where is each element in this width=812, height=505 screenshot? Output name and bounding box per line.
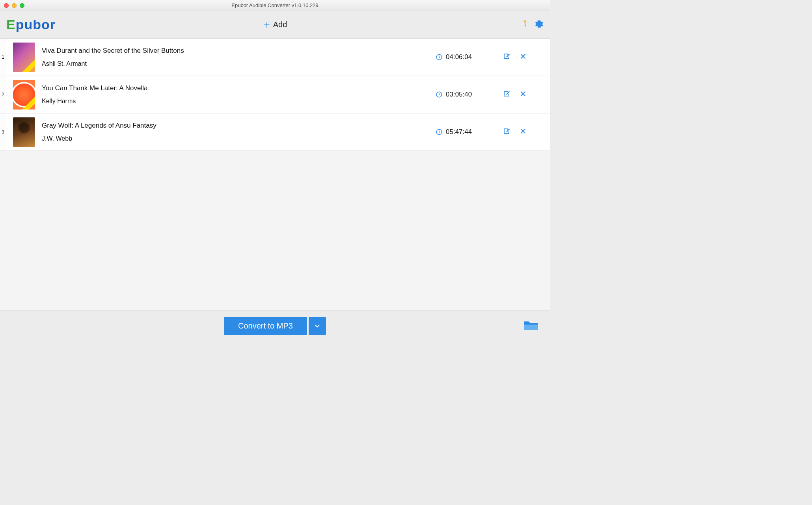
add-button-wrap: Add bbox=[0, 20, 550, 29]
close-button[interactable] bbox=[4, 3, 9, 8]
duration: 03:05:40 bbox=[436, 91, 503, 98]
open-output-folder-button[interactable] bbox=[523, 319, 539, 333]
logo-letter: E bbox=[6, 17, 16, 32]
book-title: You Can Thank Me Later: A Novella bbox=[42, 84, 432, 92]
row-index: 3 bbox=[0, 113, 6, 150]
minimize-button[interactable] bbox=[12, 3, 17, 8]
info-col: You Can Thank Me Later: A NovellaKelly H… bbox=[42, 84, 436, 105]
file-list: 1Viva Durant and the Secret of the Silve… bbox=[0, 39, 550, 151]
chevron-down-icon bbox=[314, 323, 321, 330]
cover-col bbox=[6, 43, 42, 72]
convert-group: Convert to MP3 bbox=[224, 317, 326, 335]
window-controls bbox=[4, 3, 24, 8]
clock-icon bbox=[436, 54, 443, 61]
book-title: Viva Durant and the Secret of the Silver… bbox=[42, 47, 432, 55]
clock-icon bbox=[436, 91, 443, 98]
list-item[interactable]: 2You Can Thank Me Later: A NovellaKelly … bbox=[0, 76, 550, 113]
row-actions bbox=[503, 52, 550, 62]
list-item[interactable]: 1Viva Durant and the Secret of the Silve… bbox=[0, 39, 550, 76]
bottom-bar: Convert to MP3 bbox=[0, 310, 550, 342]
row-index: 2 bbox=[0, 76, 6, 113]
book-author: Kelly Harms bbox=[42, 98, 432, 105]
close-icon bbox=[519, 52, 527, 60]
info-col: Gray Wolf: A Legends of Ansu FantasyJ.W.… bbox=[42, 122, 436, 142]
toolbar-right bbox=[521, 20, 544, 30]
convert-button[interactable]: Convert to MP3 bbox=[224, 317, 307, 335]
row-actions bbox=[503, 90, 550, 99]
edit-icon bbox=[503, 90, 510, 98]
clock-icon bbox=[436, 128, 443, 136]
edit-button[interactable] bbox=[503, 52, 510, 62]
row-index: 1 bbox=[0, 39, 6, 76]
remove-button[interactable] bbox=[519, 90, 527, 99]
titlebar: Epubor Audible Converter v1.0.10.229 bbox=[0, 0, 550, 11]
duration-text: 04:06:04 bbox=[446, 53, 472, 61]
add-label: Add bbox=[273, 20, 287, 29]
settings-icon[interactable] bbox=[535, 20, 544, 30]
empty-area bbox=[0, 151, 550, 310]
close-icon bbox=[519, 90, 527, 98]
duration-text: 03:05:40 bbox=[446, 91, 472, 98]
info-col: Viva Durant and the Secret of the Silver… bbox=[42, 47, 436, 67]
duration-text: 05:47:44 bbox=[446, 128, 472, 136]
cover-col bbox=[6, 80, 42, 110]
edit-button[interactable] bbox=[503, 127, 510, 137]
book-title: Gray Wolf: A Legends of Ansu Fantasy bbox=[42, 122, 432, 130]
cover-col bbox=[6, 117, 42, 147]
book-cover bbox=[13, 43, 35, 72]
book-author: Ashli St. Armant bbox=[42, 60, 432, 67]
book-cover bbox=[13, 80, 35, 110]
edit-icon bbox=[503, 127, 510, 135]
duration: 04:06:04 bbox=[436, 53, 503, 61]
add-button[interactable]: Add bbox=[263, 20, 287, 29]
duration: 05:47:44 bbox=[436, 128, 503, 136]
remove-button[interactable] bbox=[519, 52, 527, 62]
close-icon bbox=[519, 127, 527, 135]
maximize-button[interactable] bbox=[20, 3, 24, 8]
window-title: Epubor Audible Converter v1.0.10.229 bbox=[0, 2, 550, 8]
folder-icon bbox=[523, 319, 539, 332]
edit-button[interactable] bbox=[503, 90, 510, 99]
list-item[interactable]: 3Gray Wolf: A Legends of Ansu FantasyJ.W… bbox=[0, 113, 550, 151]
logo-rest: pubor bbox=[16, 17, 56, 32]
book-author: J.W. Webb bbox=[42, 135, 432, 142]
app-logo: Epubor bbox=[6, 17, 56, 32]
edit-icon bbox=[503, 52, 510, 60]
convert-format-dropdown[interactable] bbox=[309, 317, 326, 335]
remove-button[interactable] bbox=[519, 127, 527, 137]
key-icon[interactable] bbox=[521, 20, 529, 30]
toolbar: Epubor Add bbox=[0, 11, 550, 39]
row-actions bbox=[503, 127, 550, 137]
plus-icon bbox=[263, 21, 271, 29]
book-cover bbox=[13, 117, 35, 147]
